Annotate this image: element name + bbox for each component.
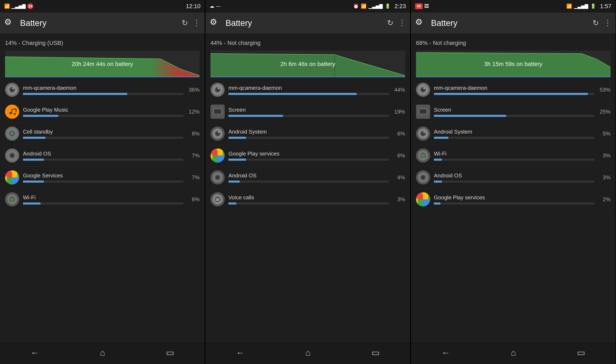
back-button-1[interactable]: ← [30, 348, 39, 358]
item-bar [23, 202, 40, 205]
item-icon-screen [210, 104, 225, 119]
battery-item[interactable]: ☎ Voice calls 3% [210, 188, 405, 210]
battery-item[interactable]: Android System 6% [210, 123, 405, 145]
battery-item[interactable]: Wi-Fi 6% [5, 188, 200, 210]
image-icon: 🖼 [424, 3, 429, 9]
recent-button-1[interactable]: ▭ [166, 348, 174, 358]
svg-rect-55 [419, 109, 427, 114]
item-info: Wi-Fi [434, 151, 594, 161]
item-bar [23, 159, 44, 161]
svg-point-53 [423, 88, 425, 89]
home-button-3[interactable]: ⌂ [511, 348, 516, 358]
back-button-2[interactable]: ← [236, 348, 245, 358]
svg-rect-68 [423, 194, 428, 199]
nav-bar-2: ← ⌂ ▭ [206, 341, 410, 364]
recent-button-3[interactable]: ▭ [577, 348, 585, 358]
refresh-button-1[interactable]: ↻ [182, 19, 188, 27]
signal-icon-3: ▁▃▅▇ [574, 3, 588, 9]
item-bar-container [23, 93, 183, 95]
battery-item[interactable]: Wi-Fi 3% [416, 145, 611, 167]
svg-point-22 [12, 201, 13, 202]
svg-rect-16 [7, 172, 12, 177]
battery-item[interactable]: Screen 19% [210, 101, 405, 123]
item-name: Cell standby [23, 129, 183, 135]
battery-item[interactable]: mm-qcamera-daemon 36% [5, 79, 200, 101]
battery-item[interactable]: Google Play Music 12% [5, 101, 200, 123]
battery-item[interactable]: mm-qcamera-daemon 44% [210, 79, 405, 101]
item-bar-container [23, 115, 183, 117]
content-3: 68% - Not charging 3h 15m 59s on battery… [411, 33, 616, 341]
svg-rect-67 [418, 194, 423, 199]
status-bar-3: 68 🖼 📶 ▁▃▅▇ 🔋 1:57 [411, 0, 616, 13]
chart-label-1: 20h 24m 44s on battery [72, 61, 133, 67]
battery-list-2: mm-qcamera-daemon 44% Screen 19% [210, 79, 405, 210]
battery-item[interactable]: Screen 25% [416, 101, 611, 123]
item-icon-androidsys-3 [416, 127, 430, 141]
battery-item[interactable]: Android OS 4% [210, 167, 405, 188]
item-info: Android System [434, 129, 594, 139]
svg-rect-41 [218, 156, 223, 161]
item-percent: 6% [187, 196, 200, 203]
item-percent: 8% [187, 130, 200, 137]
status-bar-2: ☁ — ⏰ 📶 ▁▃▅▇ 🔋 2:23 [206, 0, 410, 13]
item-info: Android OS [228, 172, 389, 183]
battery-item[interactable]: Google Play services 2% [416, 188, 611, 210]
battery-item[interactable]: Google Services 7% [5, 167, 200, 188]
refresh-button-3[interactable]: ↻ [593, 19, 599, 27]
top-bar-3: ⚙ Battery ↻ ⋮ [411, 13, 616, 33]
more-button-3[interactable]: ⋮ [604, 19, 611, 27]
item-bar-container [23, 159, 183, 161]
item-percent: 25% [598, 108, 611, 115]
battery-item[interactable]: Android OS 7% [5, 145, 200, 167]
title-1: Battery [20, 18, 178, 28]
phone-panel-1: 📶 ▁▃▅▇ 14 12:10 ⚙ Battery ↻ ⋮ 14% - Char… [0, 0, 205, 364]
svg-point-5 [12, 88, 14, 89]
item-bar [23, 181, 44, 183]
battery-item[interactable]: Android OS 3% [416, 167, 611, 188]
battery-chart-2: 2h 6m 46s on battery [210, 51, 405, 78]
item-percent: 3% [393, 196, 405, 203]
top-bar-actions-2: ↻ ⋮ [387, 19, 406, 27]
home-button-2[interactable]: ⌂ [305, 348, 311, 358]
nav-bar-1: ← ⌂ ▭ [0, 341, 205, 364]
item-info: mm-qcamera-daemon [23, 85, 183, 95]
svg-rect-70 [423, 199, 428, 205]
svg-point-32 [217, 114, 218, 116]
item-percent: 12% [187, 108, 200, 115]
settings-icon-1: ⚙ [4, 17, 16, 29]
battery-item[interactable]: Android System 5% [416, 123, 611, 145]
battery-item[interactable]: Cell standby 8% [5, 123, 200, 145]
item-bar [23, 115, 58, 117]
item-name: Google Play services [434, 194, 594, 201]
item-name: Android System [228, 129, 389, 135]
battery-item[interactable]: mm-qcamera-daemon 53% [416, 79, 611, 101]
item-percent: 6% [393, 130, 405, 137]
more-button-1[interactable]: ⋮ [193, 19, 200, 27]
more-button-2[interactable]: ⋮ [398, 19, 406, 27]
item-bar [23, 137, 46, 139]
svg-rect-69 [418, 199, 423, 205]
home-button-1[interactable]: ⌂ [100, 348, 105, 358]
item-percent: 3% [598, 174, 611, 181]
battery-status-2: 44% - Not charging [210, 40, 405, 46]
item-percent: 3% [598, 152, 611, 159]
wifi-icon-3: 📶 [566, 3, 572, 9]
battery-item[interactable]: Google Play services 6% [210, 145, 405, 167]
back-button-3[interactable]: ← [441, 348, 450, 358]
svg-rect-31 [214, 109, 221, 114]
item-icon-screen-3 [416, 104, 430, 119]
item-icon-wifi-3 [416, 148, 430, 163]
item-info: Screen [228, 107, 389, 117]
refresh-button-2[interactable]: ↻ [387, 19, 393, 27]
cloud-icon: ☁ [210, 3, 214, 9]
item-info: mm-qcamera-daemon [434, 85, 594, 95]
item-percent: 7% [187, 152, 200, 159]
svg-point-8 [14, 113, 16, 115]
item-name: Screen [434, 107, 594, 113]
status-left-1: 📶 ▁▃▅▇ 14 [4, 3, 182, 9]
recent-button-2[interactable]: ▭ [371, 348, 380, 358]
item-name: Android System [434, 129, 594, 135]
minus-icon: — [216, 3, 221, 9]
item-info: Google Play services [434, 194, 594, 205]
item-name: Android OS [23, 151, 183, 157]
